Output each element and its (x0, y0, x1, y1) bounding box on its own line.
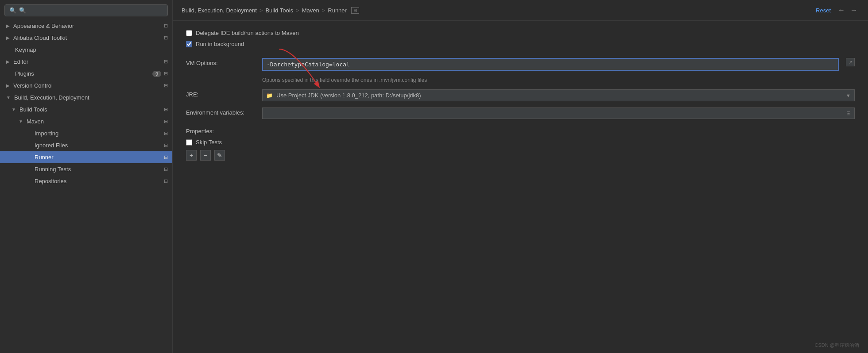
sidebar-nav: ▶Appearance & Behavior⊟▶Alibaba Cloud To… (0, 20, 172, 187)
sidebar-item-icon: ⊟ (164, 178, 168, 184)
jre-dropdown[interactable]: 📁 Use Project JDK (version 1.8.0_212, pa… (262, 89, 855, 101)
jre-row: JRE: 📁 Use Project JDK (version 1.8.0_21… (186, 89, 855, 101)
chevron-down-icon: ▼ (846, 93, 851, 98)
sidebar-item-label: Editor (13, 58, 161, 65)
env-vars-row: Environment variables: ⊟ (186, 107, 855, 119)
run-background-label: Run in background (196, 41, 244, 47)
skip-tests-label: Skip Tests (196, 139, 222, 146)
sidebar-item-icon: ⊟ (164, 166, 168, 172)
sidebar-item-label: Importing (35, 130, 161, 137)
breadcrumb-icon-box: ⊟ (351, 7, 359, 14)
skip-tests-row: Skip Tests (186, 139, 855, 146)
env-edit-icon[interactable]: ⊟ (846, 110, 851, 116)
main-panel: Build, Execution, Deployment > Build Too… (173, 0, 868, 353)
edit-property-button[interactable]: ✎ (214, 150, 225, 161)
sidebar-item-maven[interactable]: ▼Maven⊟ (0, 115, 172, 127)
sidebar-item-alibaba[interactable]: ▶Alibaba Cloud Toolkit⊟ (0, 32, 172, 44)
sidebar-item-label: Running Tests (35, 166, 161, 173)
breadcrumb-build-exec[interactable]: Build, Execution, Deployment (182, 7, 257, 14)
search-box[interactable]: 🔍 (4, 4, 168, 16)
delegate-row: Delegate IDE build/run actions to Maven (186, 30, 855, 36)
sidebar-item-icon: ⊟ (164, 154, 168, 160)
sidebar-item-appearance[interactable]: ▶Appearance & Behavior⊟ (0, 20, 172, 32)
chevron-icon: ▶ (6, 59, 10, 64)
sidebar-item-label: Build Tools (19, 106, 161, 113)
delegate-label: Delegate IDE build/run actions to Maven (196, 30, 299, 36)
sidebar-item-label: Ignored Files (35, 142, 161, 149)
sidebar-item-icon: ⊟ (164, 35, 168, 41)
sidebar-item-running-tests[interactable]: Running Tests⊟ (0, 163, 172, 175)
sidebar-item-version-control[interactable]: ▶Version Control⊟ (0, 80, 172, 92)
env-vars-input[interactable]: ⊟ (262, 107, 855, 119)
sidebar-item-editor[interactable]: ▶Editor⊟ (0, 56, 172, 68)
breadcrumb-maven[interactable]: Maven (302, 7, 319, 14)
vm-options-expand-button[interactable]: ↗ (846, 58, 855, 66)
back-arrow[interactable]: ← (836, 5, 847, 15)
sidebar-item-icon: ⊟ (164, 59, 168, 65)
run-background-row: Run in background (186, 41, 244, 47)
nav-arrows: ← → (836, 5, 859, 15)
properties-section: Properties: Skip Tests + − ✎ (186, 125, 855, 161)
sidebar-item-icon: ⊟ (164, 142, 168, 148)
sidebar-item-label: Appearance & Behavior (13, 23, 161, 29)
vm-options-hint: Options specified in this field override… (262, 77, 855, 83)
header-actions: Reset ← → (816, 5, 859, 15)
content-area: Delegate IDE build/run actions to Maven … (173, 21, 868, 353)
badge: 9 (152, 71, 161, 77)
watermark: CSDN @程序猿的酒 (815, 342, 859, 349)
chevron-icon: ▶ (6, 35, 10, 40)
chevron-icon: ▼ (12, 107, 16, 112)
sidebar-item-keymap[interactable]: Keymap (0, 44, 172, 56)
breadcrumb-sep-2: > (296, 7, 299, 14)
breadcrumb-sep-1: > (260, 7, 263, 14)
sidebar-item-ignored-files[interactable]: Ignored Files⊟ (0, 139, 172, 151)
delegate-checkbox[interactable] (186, 30, 192, 36)
sidebar-item-label: Build, Execution, Deployment (14, 94, 168, 101)
run-background-checkbox[interactable] (186, 41, 192, 47)
sidebar-item-label: Plugins (15, 70, 148, 77)
sidebar-item-icon: ⊟ (164, 23, 168, 29)
properties-title: Properties: (186, 125, 855, 134)
reset-button[interactable]: Reset (816, 7, 831, 14)
breadcrumb-runner: Runner (328, 7, 347, 14)
chevron-icon: ▼ (19, 119, 23, 124)
chevron-icon: ▶ (6, 83, 10, 88)
breadcrumb: Build, Execution, Deployment > Build Too… (182, 7, 359, 14)
remove-property-button[interactable]: − (200, 150, 211, 161)
sidebar-item-build-tools[interactable]: ▼Build Tools⊟ (0, 104, 172, 115)
sidebar-item-icon: ⊟ (164, 71, 168, 77)
breadcrumb-build-tools[interactable]: Build Tools (265, 7, 293, 14)
sidebar-item-icon: ⊟ (164, 130, 168, 136)
sidebar-item-label: Repositories (35, 178, 161, 184)
sidebar: 🔍 ▶Appearance & Behavior⊟▶Alibaba Cloud … (0, 0, 173, 353)
jre-value: Use Project JDK (version 1.8.0_212, path… (276, 92, 421, 99)
sidebar-item-icon: ⊟ (164, 119, 168, 124)
sidebar-item-icon: ⊟ (164, 107, 168, 112)
sidebar-item-repositories[interactable]: Repositories⊟ (0, 175, 172, 187)
skip-tests-checkbox[interactable] (186, 139, 192, 146)
sidebar-item-icon: ⊟ (164, 83, 168, 88)
sidebar-item-label: Runner (35, 154, 161, 161)
sidebar-item-label: Alibaba Cloud Toolkit (13, 35, 161, 41)
vm-options-row: VM Options: ↗ (186, 58, 855, 71)
vm-options-input[interactable] (262, 58, 839, 71)
forward-arrow[interactable]: → (849, 5, 859, 15)
jre-folder-icon: 📁 (266, 92, 273, 99)
search-input[interactable] (19, 7, 163, 14)
sidebar-item-build-exec[interactable]: ▼Build, Execution, Deployment (0, 92, 172, 104)
sidebar-item-label: Maven (27, 118, 161, 125)
sidebar-item-label: Keymap (15, 46, 168, 53)
header: Build, Execution, Deployment > Build Too… (173, 0, 868, 21)
chevron-icon: ▼ (6, 95, 11, 100)
properties-toolbar: + − ✎ (186, 150, 855, 161)
search-icon: 🔍 (9, 7, 16, 14)
sidebar-item-plugins[interactable]: Plugins9⊟ (0, 68, 172, 80)
sidebar-item-importing[interactable]: Importing⊟ (0, 127, 172, 139)
sidebar-item-label: Version Control (13, 82, 161, 89)
breadcrumb-sep-3: > (322, 7, 326, 14)
vm-options-label: VM Options: (186, 58, 257, 66)
sidebar-item-runner[interactable]: Runner⊟ (0, 151, 172, 163)
jre-label: JRE: (186, 89, 257, 98)
add-property-button[interactable]: + (186, 150, 197, 161)
env-vars-label: Environment variables: (186, 107, 257, 116)
